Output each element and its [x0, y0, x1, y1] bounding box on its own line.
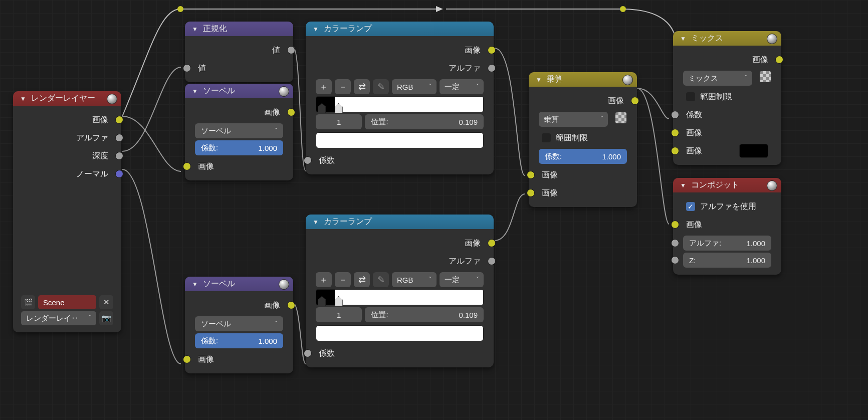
input-socket-image[interactable] [671, 147, 679, 155]
output-socket-image[interactable] [488, 239, 496, 247]
output-socket-image[interactable] [287, 301, 295, 309]
collapse-icon[interactable]: ▼ [680, 35, 686, 42]
input-socket-image[interactable] [527, 189, 535, 197]
alpha-toggle-icon[interactable] [615, 112, 627, 124]
ramp-picker-button[interactable]: ✎ [373, 79, 389, 94]
layer-name[interactable]: レンダーレイ‥ˇ [21, 311, 96, 325]
z-field[interactable]: Z:1.000 [683, 253, 771, 268]
output-socket-normal[interactable] [115, 170, 123, 178]
output-socket-image[interactable] [287, 108, 295, 116]
ramp-marker[interactable] [318, 103, 326, 113]
node-sobel-2[interactable]: ▼ソーベル 画像 ソーベルˇ 係数:1.000 画像 [185, 277, 293, 373]
input-socket-factor[interactable] [304, 156, 312, 164]
clamp-checkbox[interactable] [686, 92, 695, 101]
output-socket-value[interactable] [287, 46, 295, 54]
input-socket-value[interactable] [183, 64, 191, 72]
collapse-icon[interactable]: ▼ [680, 182, 686, 189]
ramp-position-field[interactable]: 位置:0.109 [365, 307, 484, 322]
ramp-index-field[interactable]: 1 [316, 114, 362, 129]
ramp-marker[interactable] [335, 103, 343, 113]
output-socket-image[interactable] [488, 46, 496, 54]
preview-sphere-icon[interactable] [767, 34, 777, 44]
node-header[interactable]: ▼ソーベル [185, 277, 293, 291]
input-socket-image[interactable] [183, 355, 191, 363]
sobel-factor-field[interactable]: 係数:1.000 [195, 140, 283, 155]
ramp-marker[interactable] [318, 296, 326, 306]
factor-field[interactable]: 係数:1.000 [539, 149, 627, 164]
node-header[interactable]: ▼正規化 [185, 22, 293, 36]
color-ramp-gradient[interactable] [316, 289, 484, 305]
preview-sphere-icon[interactable] [279, 86, 289, 97]
ramp-remove-button[interactable]: － [335, 272, 351, 287]
input-socket-alpha[interactable] [671, 239, 679, 247]
input-socket-image[interactable] [527, 171, 535, 179]
node-composite[interactable]: ▼コンポジット ✓アルファを使用 画像 アルファ:1.000 Z:1.000 [673, 178, 781, 275]
output-socket-alpha[interactable] [488, 64, 496, 72]
node-colorramp-1[interactable]: ▼カラーランプ 画像 アルファ ＋ － ⇄ ✎ RGBˇ 一定ˇ 1 位置:0.… [306, 22, 494, 174]
output-socket-depth[interactable] [115, 152, 123, 160]
ramp-color-swatch[interactable] [316, 325, 484, 341]
node-header[interactable]: ▼カラーランプ [306, 215, 494, 229]
node-render-layers[interactable]: ▼レンダーレイヤー 画像 アルファ 深度 ノーマル 🎬 Scene ✕ レンダー… [13, 91, 121, 332]
clamp-checkbox[interactable] [542, 133, 551, 142]
node-normalize[interactable]: ▼正規化 値 値 [185, 22, 293, 82]
output-socket-image[interactable] [775, 56, 783, 64]
node-header[interactable]: ▼乗算 [529, 72, 637, 87]
preview-sphere-icon[interactable] [107, 94, 117, 104]
input-socket-image[interactable] [183, 162, 191, 170]
output-socket-image[interactable] [631, 97, 639, 105]
sobel-mode-dropdown[interactable]: ソーベルˇ [195, 123, 283, 138]
ramp-color-swatch[interactable] [316, 132, 484, 148]
color-ramp-gradient[interactable] [316, 96, 484, 112]
scene-clear-button[interactable]: ✕ [99, 295, 113, 309]
ramp-flip-button[interactable]: ⇄ [354, 272, 370, 287]
ramp-remove-button[interactable]: － [335, 79, 351, 94]
scene-icon[interactable]: 🎬 [21, 295, 35, 309]
preview-sphere-icon[interactable] [767, 180, 777, 191]
ramp-index-field[interactable]: 1 [316, 307, 362, 322]
ramp-interp-dropdown[interactable]: 一定ˇ [440, 79, 484, 94]
sobel-mode-dropdown[interactable]: ソーベルˇ [195, 316, 283, 331]
collapse-icon[interactable]: ▼ [20, 95, 26, 102]
node-header[interactable]: ▼レンダーレイヤー [13, 91, 121, 106]
alpha-field[interactable]: アルファ:1.000 [683, 236, 771, 251]
ramp-colormode-dropdown[interactable]: RGBˇ [392, 79, 437, 94]
sobel-factor-field[interactable]: 係数:1.000 [195, 333, 283, 348]
node-header[interactable]: ▼ミックス [673, 31, 781, 46]
use-alpha-checkbox[interactable]: ✓ [686, 202, 695, 211]
blend-mode-dropdown[interactable]: 乗算ˇ [539, 112, 608, 127]
preview-sphere-icon[interactable] [622, 75, 633, 85]
input-socket-factor[interactable] [304, 349, 312, 357]
blend-mode-dropdown[interactable]: ミックスˇ [683, 71, 752, 86]
input-socket-z[interactable] [671, 256, 679, 264]
node-header[interactable]: ▼カラーランプ [306, 22, 494, 36]
color-swatch-black[interactable] [739, 144, 768, 158]
collapse-icon[interactable]: ▼ [192, 88, 198, 95]
output-socket-image[interactable] [115, 116, 123, 124]
node-multiply[interactable]: ▼乗算 画像 乗算ˇ 範囲制限 係数:1.000 画像 画像 [529, 72, 637, 207]
collapse-icon[interactable]: ▼ [536, 76, 542, 83]
node-colorramp-2[interactable]: ▼カラーランプ 画像 アルファ ＋ － ⇄ ✎ RGBˇ 一定ˇ 1 位置:0.… [306, 215, 494, 367]
input-socket-image[interactable] [671, 221, 679, 229]
ramp-colormode-dropdown[interactable]: RGBˇ [392, 272, 437, 287]
scene-name[interactable]: Scene [38, 295, 96, 309]
collapse-icon[interactable]: ▼ [192, 26, 198, 33]
output-socket-alpha[interactable] [488, 257, 496, 265]
node-header[interactable]: ▼ソーベル [185, 84, 293, 98]
ramp-add-button[interactable]: ＋ [316, 272, 332, 287]
node-sobel-1[interactable]: ▼ソーベル 画像 ソーベルˇ 係数:1.000 画像 [185, 84, 293, 180]
node-header[interactable]: ▼コンポジット [673, 178, 781, 192]
collapse-icon[interactable]: ▼ [192, 281, 198, 288]
alpha-toggle-icon[interactable] [759, 71, 771, 83]
ramp-add-button[interactable]: ＋ [316, 79, 332, 94]
render-button[interactable]: 📷 [99, 311, 113, 325]
preview-sphere-icon[interactable] [279, 279, 289, 290]
output-socket-alpha[interactable] [115, 134, 123, 142]
ramp-flip-button[interactable]: ⇄ [354, 79, 370, 94]
ramp-interp-dropdown[interactable]: 一定ˇ [440, 272, 484, 287]
node-mix[interactable]: ▼ミックス 画像 ミックスˇ 範囲制限 係数 画像 画像 [673, 31, 781, 165]
collapse-icon[interactable]: ▼ [313, 26, 319, 33]
ramp-picker-button[interactable]: ✎ [373, 272, 389, 287]
input-socket-image[interactable] [671, 129, 679, 137]
input-socket-factor[interactable] [671, 111, 679, 119]
